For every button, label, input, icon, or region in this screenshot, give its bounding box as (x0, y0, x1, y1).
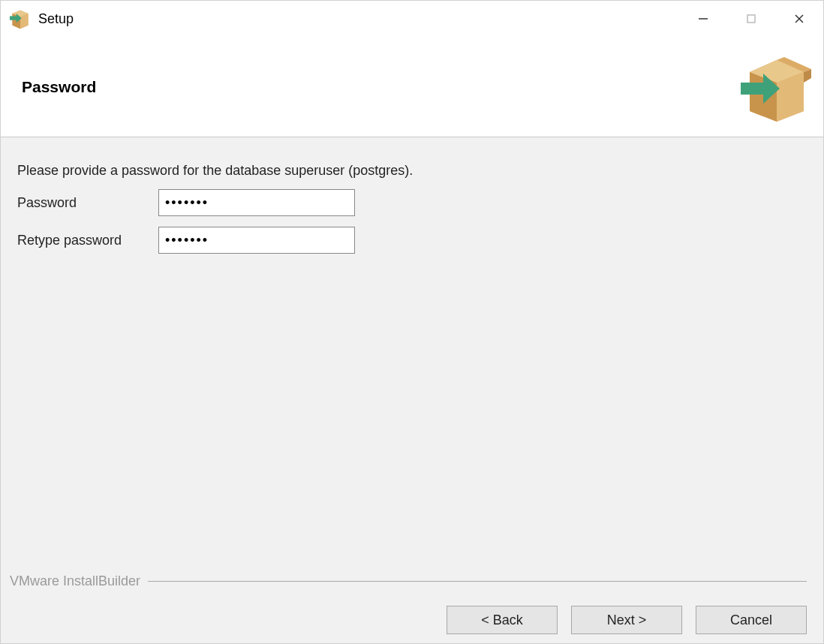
password-input[interactable] (158, 189, 355, 216)
wizard-footer: < Back Next > Cancel (17, 606, 807, 634)
password-label: Password (17, 195, 158, 211)
wizard-header: Password (1, 37, 823, 137)
cancel-button[interactable]: Cancel (696, 606, 807, 634)
page-title: Password (22, 78, 96, 96)
installer-brand-text: VMware InstallBuilder (10, 573, 148, 589)
minimize-button[interactable] (679, 1, 727, 37)
app-box-icon (10, 8, 31, 29)
brand-divider (148, 581, 807, 582)
close-button[interactable] (775, 1, 823, 37)
retype-password-label: Retype password (17, 233, 158, 248)
retype-password-row: Retype password (17, 227, 807, 254)
instruction-text: Please provide a password for the databa… (17, 163, 807, 179)
setup-window: Setup Password (0, 0, 824, 644)
wizard-content: Please provide a password for the databa… (1, 137, 823, 643)
password-row: Password (17, 189, 807, 216)
retype-password-input[interactable] (158, 227, 355, 254)
window-title: Setup (38, 11, 679, 27)
titlebar: Setup (1, 1, 823, 37)
installer-brand: VMware InstallBuilder (10, 573, 807, 589)
window-controls (679, 1, 823, 37)
next-button[interactable]: Next > (571, 606, 682, 634)
content-spacer (17, 264, 807, 573)
svg-rect-6 (747, 15, 755, 23)
back-button[interactable]: < Back (447, 606, 558, 634)
installer-box-icon (741, 51, 813, 123)
maximize-button[interactable] (727, 1, 775, 37)
